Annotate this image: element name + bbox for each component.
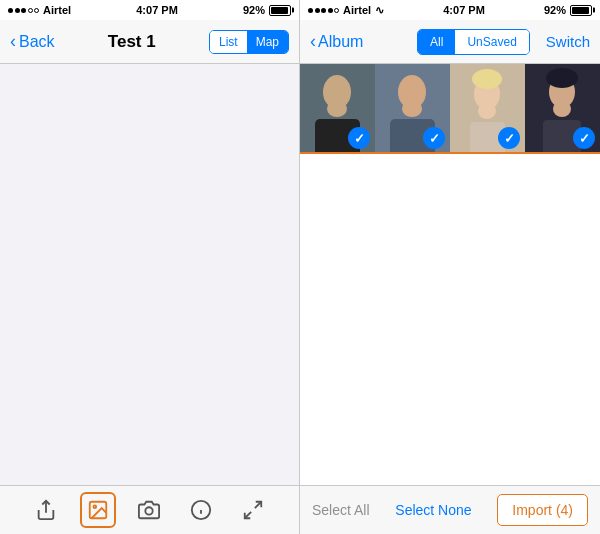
signal-dot-5 bbox=[34, 8, 39, 13]
unsaved-segment[interactable]: UnSaved bbox=[455, 30, 528, 54]
right-battery-fill bbox=[572, 7, 589, 14]
check-badge-2: ✓ bbox=[423, 127, 445, 149]
left-toolbar bbox=[0, 485, 299, 534]
svg-point-16 bbox=[402, 101, 422, 117]
right-panel: Airtel ∿ 4:07 PM 92% ‹ Album All UnSaved… bbox=[300, 0, 600, 534]
check-badge-4: ✓ bbox=[573, 127, 595, 149]
photo-item-1[interactable]: ✓ bbox=[300, 64, 375, 154]
left-battery-pct: 92% bbox=[243, 4, 265, 16]
select-all-button[interactable]: Select All bbox=[312, 502, 370, 518]
left-list-map-toggle: List Map bbox=[209, 30, 289, 54]
album-back-chevron: ‹ bbox=[310, 31, 316, 52]
svg-point-24 bbox=[546, 68, 578, 88]
right-status-bar: Airtel ∿ 4:07 PM 92% bbox=[300, 0, 600, 20]
photo-item-4[interactable]: ✓ bbox=[525, 64, 600, 154]
left-back-chevron: ‹ bbox=[10, 31, 16, 52]
resize-icon[interactable] bbox=[235, 492, 271, 528]
photo-item-3[interactable]: ✓ bbox=[450, 64, 525, 154]
left-nav-bar: ‹ Back Test 1 List Map bbox=[0, 20, 299, 64]
right-bottom-bar: Select All Select None Import (4) bbox=[300, 485, 600, 534]
svg-point-19 bbox=[472, 69, 502, 89]
right-signal-dots bbox=[308, 8, 339, 13]
svg-point-2 bbox=[93, 505, 96, 508]
right-content-area bbox=[300, 154, 600, 485]
left-battery-icon bbox=[269, 5, 291, 16]
left-signal-dots bbox=[8, 8, 39, 13]
right-signal-dot-4 bbox=[328, 8, 333, 13]
signal-dot-2 bbox=[15, 8, 20, 13]
svg-line-7 bbox=[255, 502, 261, 508]
switch-button[interactable]: Switch bbox=[546, 33, 590, 50]
right-time: 4:07 PM bbox=[443, 4, 485, 16]
photo-strip: ✓ ✓ ✓ bbox=[300, 64, 600, 154]
right-wifi-icon: ∿ bbox=[375, 4, 384, 17]
right-signal-dot-2 bbox=[315, 8, 320, 13]
album-label: Album bbox=[318, 33, 363, 51]
signal-dot-3 bbox=[21, 8, 26, 13]
select-none-button[interactable]: Select None bbox=[395, 502, 471, 518]
import-button[interactable]: Import (4) bbox=[497, 494, 588, 526]
check-badge-3: ✓ bbox=[498, 127, 520, 149]
check-badge-1: ✓ bbox=[348, 127, 370, 149]
left-nav-title: Test 1 bbox=[108, 32, 156, 52]
right-signal-dot-3 bbox=[321, 8, 326, 13]
svg-line-8 bbox=[245, 512, 251, 518]
all-unsaved-toggle: All UnSaved bbox=[417, 29, 530, 55]
signal-dot-4 bbox=[28, 8, 33, 13]
left-battery-fill bbox=[271, 7, 288, 14]
camera-icon[interactable] bbox=[131, 492, 167, 528]
left-panel: Airtel 4:07 PM 92% ‹ Back Test 1 List Ma… bbox=[0, 0, 300, 534]
left-time: 4:07 PM bbox=[136, 4, 178, 16]
all-segment[interactable]: All bbox=[418, 30, 455, 54]
signal-dot-1 bbox=[8, 8, 13, 13]
right-carrier: Airtel bbox=[343, 4, 371, 16]
info-icon[interactable] bbox=[183, 492, 219, 528]
right-signal-dot-5 bbox=[334, 8, 339, 13]
left-list-toggle[interactable]: List bbox=[210, 31, 247, 53]
right-nav-bar: ‹ Album All UnSaved Switch bbox=[300, 20, 600, 64]
album-back-button[interactable]: ‹ Album bbox=[310, 31, 363, 52]
right-battery-pct: 92% bbox=[544, 4, 566, 16]
photo-icon[interactable] bbox=[80, 492, 116, 528]
left-back-button[interactable]: ‹ Back bbox=[10, 31, 55, 52]
right-battery-icon bbox=[570, 5, 592, 16]
share-icon[interactable] bbox=[28, 492, 64, 528]
left-map-toggle[interactable]: Map bbox=[247, 31, 288, 53]
photo-item-2[interactable]: ✓ bbox=[375, 64, 450, 154]
left-carrier: Airtel bbox=[43, 4, 71, 16]
right-signal-dot-1 bbox=[308, 8, 313, 13]
svg-point-21 bbox=[478, 103, 496, 119]
svg-point-3 bbox=[146, 507, 153, 514]
left-back-label: Back bbox=[19, 33, 55, 51]
svg-point-12 bbox=[327, 101, 347, 117]
left-status-bar: Airtel 4:07 PM 92% bbox=[0, 0, 299, 20]
svg-point-26 bbox=[553, 101, 571, 117]
left-content bbox=[0, 64, 299, 485]
